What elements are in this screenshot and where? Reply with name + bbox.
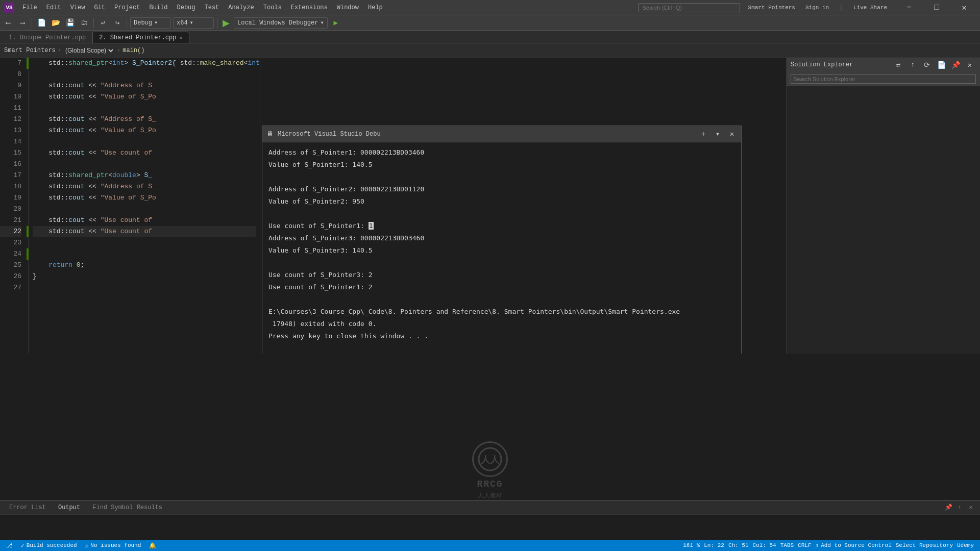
code-line-9: std::cout << "Address of S_: [33, 80, 256, 91]
tab-output[interactable]: Output: [53, 503, 85, 512]
line-numbers: 7 8 9 10 11 12 13 14 15 16 17 18 19 20 2…: [0, 58, 26, 354]
menu-file[interactable]: File: [18, 3, 41, 12]
local-debugger-dropdown[interactable]: Local Windows Debugger ▾: [234, 17, 328, 29]
back-button[interactable]: ⟵: [2, 17, 14, 29]
save-button[interactable]: 💾: [64, 17, 76, 29]
title-actions: Sign in | Live Share: [799, 4, 893, 12]
undo-button[interactable]: ↩: [97, 17, 109, 29]
sol-explorer-btn4[interactable]: 📄: [935, 59, 947, 71]
toolbar-sep4: [217, 18, 217, 28]
no-issues-status[interactable]: ⚠ No issues found: [83, 540, 143, 551]
sign-in-button[interactable]: Sign in: [799, 4, 835, 12]
redo-button[interactable]: ↪: [111, 17, 124, 29]
title-search[interactable]: [638, 3, 740, 12]
menu-edit[interactable]: Edit: [42, 3, 65, 12]
col-info[interactable]: Ch: 51: [726, 540, 751, 551]
code-line-25: return 0;: [33, 260, 256, 271]
encoding-info[interactable]: CRLF: [796, 540, 813, 551]
solution-explorer: Solution Explorer ⇄ ↑ ⟳ 📄 📌 ✕: [786, 58, 980, 354]
play-icon[interactable]: ▶: [330, 17, 342, 29]
code-line-23: [33, 237, 256, 248]
menu-project[interactable]: Project: [110, 3, 144, 12]
code-line-26: }: [33, 271, 256, 282]
output-panel: Error List Output Find Symbol Results 📌 …: [0, 500, 980, 540]
sol-explorer-btn1[interactable]: ⇄: [892, 59, 904, 71]
menu-debug[interactable]: Debug: [173, 3, 199, 12]
menu-extensions[interactable]: Extensions: [287, 3, 332, 12]
line-info[interactable]: Ln: 22: [702, 540, 726, 551]
tab-shared-pointer[interactable]: 2. Shared Pointer.cpp ✕: [92, 32, 189, 43]
source-control-icon: ⬆: [816, 542, 819, 549]
scope-select[interactable]: (Global Scope): [63, 46, 115, 55]
notification-status[interactable]: 🔔: [147, 540, 158, 551]
new-file-button[interactable]: 📄: [35, 17, 47, 29]
close-button[interactable]: ✕: [952, 0, 976, 15]
svg-point-0: [479, 448, 501, 470]
ch-text: Ch: 51: [728, 542, 749, 548]
debug-console-add-tab[interactable]: +: [698, 129, 708, 139]
output-content: [0, 515, 980, 517]
menu-tools[interactable]: Tools: [259, 3, 286, 12]
menu-build[interactable]: Build: [145, 3, 172, 12]
tab-close-button[interactable]: ✕: [179, 35, 182, 41]
git-branch-status[interactable]: ⎇: [4, 540, 15, 551]
add-to-source-control[interactable]: ⬆ Add to Source Control: [814, 540, 894, 551]
col2-info[interactable]: Col: 54: [750, 540, 778, 551]
code-line-16: [33, 159, 256, 170]
udemy-logo[interactable]: Udemy: [955, 540, 976, 551]
debug-console-dropdown[interactable]: ▾: [713, 129, 723, 139]
code-line-22: std::cout << "Use count of: [33, 226, 256, 237]
code-content[interactable]: std::shared_ptr<int> S_Pointer2{ std::ma…: [29, 58, 260, 354]
solution-search-input[interactable]: [791, 74, 976, 84]
debug-output: Address of S_Pointer1: 000002213BD03460 …: [262, 142, 741, 354]
output-close-button[interactable]: ✕: [966, 503, 976, 513]
tab-unique-pointer[interactable]: 1. Unique Pointer.cpp: [2, 32, 92, 43]
tab-error-list[interactable]: Error List: [4, 503, 51, 512]
menu-window[interactable]: Window: [333, 3, 363, 12]
issues-icon: ⚠: [85, 542, 89, 549]
maximize-button[interactable]: □: [925, 0, 948, 15]
debug-line-3: [268, 171, 735, 183]
code-line-14: [33, 136, 256, 147]
menu-test[interactable]: Test: [201, 3, 224, 12]
sol-pin-button[interactable]: 📌: [949, 59, 962, 71]
debug-console-title-text: Microsoft Visual Studio Debu: [278, 131, 694, 138]
debug-config-dropdown[interactable]: Debug ▾: [130, 17, 171, 29]
menu-view[interactable]: View: [66, 3, 89, 12]
live-share-button[interactable]: Live Share: [847, 4, 893, 12]
code-line-12: std::cout << "Address of S_: [33, 114, 256, 125]
open-button[interactable]: 📂: [50, 17, 62, 29]
menu-help[interactable]: Help: [364, 3, 387, 12]
save-all-button[interactable]: 🗂: [78, 17, 90, 29]
sol-explorer-close[interactable]: ✕: [964, 59, 976, 71]
watermark: 人人 RRCG 人人素材: [472, 441, 508, 500]
tab-find-symbol[interactable]: Find Symbol Results: [87, 503, 167, 512]
build-status[interactable]: ✓ Build succeeded: [19, 540, 79, 551]
debug-console-close[interactable]: ✕: [727, 129, 737, 139]
menu-analyze[interactable]: Analyze: [224, 3, 258, 12]
output-pin-button[interactable]: 📌: [943, 503, 953, 513]
zoom-level[interactable]: 161 %: [681, 540, 702, 551]
code-line-15: std::cout << "Use count of: [33, 147, 256, 159]
debug-line-15: 17948) exited with code 0.: [268, 318, 735, 330]
title-bar: VS File Edit View Git Project Build Debu…: [0, 0, 980, 15]
func-select: main(): [122, 47, 144, 54]
debug-line-1: Address of S_Pointer1: 000002213BD03460: [268, 146, 735, 159]
output-up-button[interactable]: ↑: [954, 503, 965, 513]
watermark-sub: 人人素材: [478, 491, 502, 500]
tabs-info[interactable]: TABS: [778, 540, 796, 551]
code-line-24: [33, 248, 256, 260]
debug-line-9: Value of S_Pointer3: 140.5: [268, 244, 735, 257]
sol-explorer-btn3[interactable]: ⟳: [921, 59, 933, 71]
platform-dropdown[interactable]: x64 ▾: [173, 17, 214, 29]
debug-line-2: Value of S_Pointer1: 140.5: [268, 159, 735, 171]
run-button[interactable]: ▶: [220, 17, 232, 29]
menu-git[interactable]: Git: [90, 3, 109, 12]
sol-explorer-btn2[interactable]: ↑: [906, 59, 919, 71]
git-icon: ⎇: [6, 542, 13, 549]
minimize-button[interactable]: −: [897, 0, 921, 15]
tabs-text: TABS: [780, 542, 794, 548]
forward-button[interactable]: ⟶: [16, 17, 29, 29]
line-text: Ln: 22: [704, 542, 724, 548]
select-repository[interactable]: Select Repository: [894, 540, 955, 551]
